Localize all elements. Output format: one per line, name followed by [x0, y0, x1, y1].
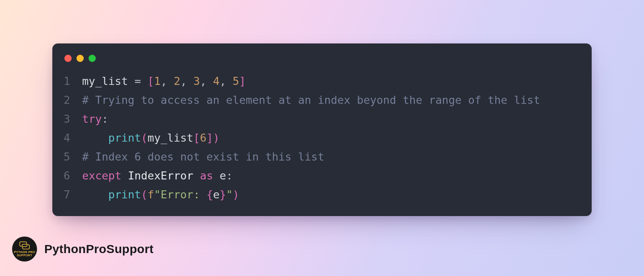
- window-controls: [64, 53, 580, 72]
- line-number: 6: [64, 166, 82, 185]
- line-number: 3: [64, 109, 82, 128]
- line-number: 1: [64, 72, 82, 91]
- code-line: 3try:: [64, 109, 580, 128]
- code-block: 1my_list = [1, 2, 3, 4, 5]2# Trying to a…: [64, 72, 580, 204]
- python-logo-icon: [19, 241, 30, 250]
- code-card: 1my_list = [1, 2, 3, 4, 5]2# Trying to a…: [52, 43, 592, 216]
- code-line: 5# Index 6 does not exist in this list: [64, 147, 580, 166]
- line-number: 7: [64, 185, 82, 204]
- line-content: # Index 6 does not exist in this list: [82, 147, 324, 166]
- line-content: try:: [82, 109, 108, 128]
- line-content: my_list = [1, 2, 3, 4, 5]: [82, 72, 246, 91]
- badge-text-2: SUPPORT: [14, 254, 35, 257]
- minimize-icon[interactable]: [76, 55, 84, 62]
- line-content: # Trying to access an element at an inde…: [82, 91, 540, 109]
- code-line: 7 print(f"Error: {e}"): [64, 185, 580, 204]
- code-line: 6except IndexError as e:: [64, 166, 580, 185]
- line-content: except IndexError as e:: [82, 166, 233, 185]
- line-number: 5: [64, 147, 82, 166]
- line-content: print(f"Error: {e}"): [82, 185, 239, 204]
- line-number: 2: [64, 91, 82, 109]
- code-line: 2# Trying to access an element at an ind…: [64, 91, 580, 109]
- line-number: 4: [64, 128, 82, 147]
- brand-badge: PYTHON PRO SUPPORT: [12, 237, 37, 262]
- code-line: 4 print(my_list[6]): [64, 128, 580, 147]
- brand-name: PythonProSupport: [44, 243, 153, 255]
- footer: PYTHON PRO SUPPORT PythonProSupport: [12, 237, 153, 262]
- close-icon[interactable]: [64, 55, 72, 62]
- code-line: 1my_list = [1, 2, 3, 4, 5]: [64, 72, 580, 91]
- zoom-icon[interactable]: [89, 55, 96, 62]
- line-content: print(my_list[6]): [82, 128, 219, 147]
